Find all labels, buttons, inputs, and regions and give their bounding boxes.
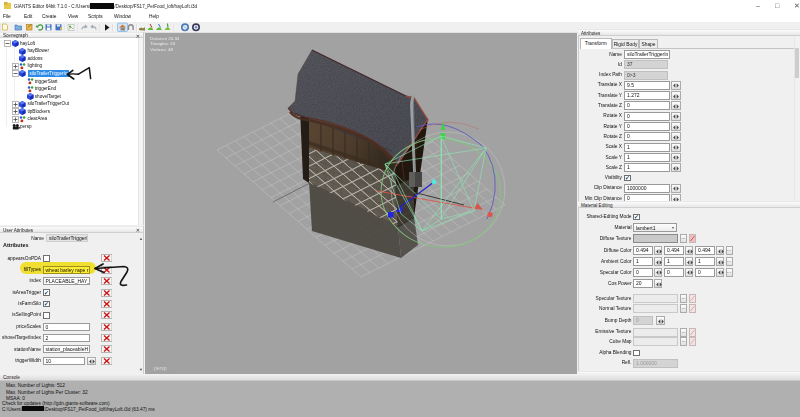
svg-text:persp: persp (154, 365, 167, 371)
svg-text:Distance 20.34: Distance 20.34 (150, 36, 180, 41)
svg-text:Vertices: 48: Vertices: 48 (150, 47, 173, 52)
